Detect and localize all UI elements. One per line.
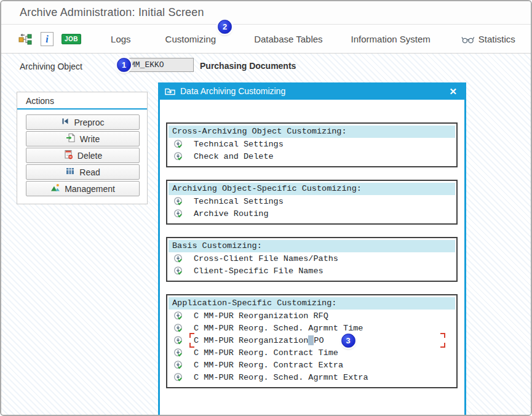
section-basis: Basis Customizing: Cross-Client File Nam… — [166, 237, 458, 282]
management-button[interactable]: Management — [26, 181, 140, 196]
img-activity-reorg-contract-time[interactable]: C MM-PUR Reorg. Contract Time — [169, 346, 455, 359]
img-activity-technical-settings-object[interactable]: Technical Settings — [169, 195, 455, 207]
item-label: C MM-PUR Reorganization RFQ — [194, 311, 328, 321]
img-activity-cross-client-file-names[interactable]: Cross-Client File Names/Paths — [169, 252, 455, 265]
item-label: C MM-PUR Reorg. Contract Time — [194, 348, 338, 358]
item-label: Cross-Client File Names/Paths — [194, 254, 338, 263]
hierarchy-icon[interactable] — [18, 34, 32, 45]
img-activity-reorg-rfq[interactable]: C MM-PUR Reorganization RFQ — [169, 310, 455, 322]
write-icon — [66, 133, 76, 145]
section-application-specific: Application-Specific Customizing: C MM-P… — [166, 294, 458, 388]
actions-panel: Actions Preproc — [17, 92, 148, 204]
execute-icon[interactable] — [173, 139, 183, 149]
section-header: Basis Customizing: — [169, 240, 455, 252]
preproc-icon — [61, 117, 69, 127]
close-icon[interactable]: ✕ — [449, 87, 457, 96]
section-object-specific: Archiving Object-Specific Customizing: T… — [166, 180, 458, 225]
toolbar-button-statistics[interactable]: Statistics — [478, 34, 515, 44]
execute-icon[interactable] — [173, 254, 183, 263]
section-header: Archiving Object-Specific Customizing: — [169, 183, 455, 195]
item-label: C MM-PUR Reorg. Contract Extra — [194, 361, 343, 370]
toolbar-button-customizing[interactable]: Customizing — [165, 34, 216, 44]
management-icon — [50, 183, 60, 194]
item-label: Technical Settings — [194, 197, 284, 206]
read-button[interactable]: Read — [26, 164, 140, 180]
archiving-object-input[interactable] — [127, 58, 194, 72]
execute-icon[interactable] — [173, 266, 183, 276]
dialog-title-bar[interactable]: Data Archiving Customizing ✕ — [160, 82, 464, 100]
delete-icon — [63, 150, 73, 161]
annotation-badge-3: 3 — [341, 334, 355, 348]
job-icon[interactable]: JOB — [62, 34, 81, 44]
img-activity-archive-routing[interactable]: Archive Routing — [169, 207, 455, 220]
annotation-badge-2: 2 — [218, 20, 232, 34]
section-header: Cross-Archiving Object Customizing: — [169, 126, 455, 138]
toolbar-button-logs[interactable]: Logs — [111, 34, 131, 44]
toolbar-button-database-tables[interactable]: Database Tables — [254, 34, 322, 44]
dialog-title: Data Archiving Customizing — [180, 86, 285, 96]
img-activity-reorg-sched-agrmnt-time[interactable]: C MM-PUR Reorg. Sched. Agrmnt Time — [169, 322, 455, 334]
execute-icon[interactable] — [173, 323, 183, 333]
archiving-object-label: Archiving Object — [20, 62, 82, 71]
title-bar: Archive Administration: Initial Screen — [1, 1, 531, 25]
work-area: Archiving Object Purchasing Documents Ac… — [1, 54, 531, 415]
img-activity-reorg-po[interactable]: C MM-PUR Reorganization PO 3 — [169, 334, 455, 346]
execute-icon[interactable] — [173, 335, 183, 345]
actions-title: Actions — [17, 92, 147, 108]
text-cursor-block — [308, 335, 314, 345]
write-label: Write — [80, 134, 100, 144]
item-label: C MM-PUR Reorg. Sched. Agrmnt Time — [194, 324, 363, 333]
read-icon — [65, 166, 75, 178]
write-button[interactable]: Write — [26, 131, 140, 146]
dialog-body: Cross-Archiving Object Customizing: Tech… — [160, 100, 464, 388]
item-label: C MM-PUR Reorg. Sched. Agrmnt Extra — [194, 373, 368, 382]
img-activity-reorg-sched-agrmnt-extra[interactable]: C MM-PUR Reorg. Sched. Agrmnt Extra — [169, 371, 455, 383]
data-archiving-customizing-dialog: Data Archiving Customizing ✕ Cross-Archi… — [158, 82, 466, 416]
item-label: Client-Specific File Names — [194, 266, 324, 276]
execute-icon[interactable] — [173, 196, 183, 206]
read-label: Read — [79, 167, 100, 177]
info-icon[interactable]: i — [41, 32, 54, 46]
archiving-object-description: Purchasing Documents — [200, 61, 296, 71]
img-activity-technical-settings[interactable]: Technical Settings — [169, 138, 455, 150]
sap-window: Archive Administration: Initial Screen i… — [0, 0, 532, 416]
img-activity-reorg-contract-extra[interactable]: C MM-PUR Reorg. Contract Extra — [169, 359, 455, 371]
execute-icon[interactable] — [173, 360, 183, 370]
toolbar-button-information-system[interactable]: Information System — [351, 34, 431, 44]
actions-title-underline — [17, 108, 147, 110]
preproc-label: Preproc — [74, 118, 104, 127]
annotation-badge-1: 1 — [117, 58, 131, 72]
img-activity-client-specific-file-names[interactable]: Client-Specific File Names — [169, 265, 455, 277]
execute-icon[interactable] — [173, 372, 183, 382]
item-label-pre: C MM-PUR Reorganization — [194, 336, 308, 345]
delete-button[interactable]: Delete — [26, 148, 140, 163]
glasses-icon — [461, 35, 475, 44]
management-label: Management — [65, 184, 115, 194]
execute-icon[interactable] — [173, 209, 183, 218]
item-label: Check and Delete — [194, 152, 274, 161]
section-cross-archiving: Cross-Archiving Object Customizing: Tech… — [166, 122, 458, 167]
delete-label: Delete — [77, 151, 102, 161]
preproc-button[interactable]: Preproc — [26, 114, 140, 130]
application-toolbar: i JOB Logs Customizing Database Tables I… — [1, 25, 531, 54]
section-header: Application-Specific Customizing: — [169, 297, 455, 310]
img-activity-check-and-delete[interactable]: Check and Delete — [169, 150, 455, 162]
execute-icon[interactable] — [173, 151, 183, 161]
item-label: Archive Routing — [194, 209, 269, 218]
item-label-post: PO — [314, 336, 324, 345]
customizing-folder-icon — [165, 87, 175, 95]
execute-icon[interactable] — [173, 311, 183, 321]
page-title: Archive Administration: Initial Screen — [20, 6, 204, 19]
execute-icon[interactable] — [173, 348, 183, 358]
item-label: Technical Settings — [194, 140, 284, 149]
